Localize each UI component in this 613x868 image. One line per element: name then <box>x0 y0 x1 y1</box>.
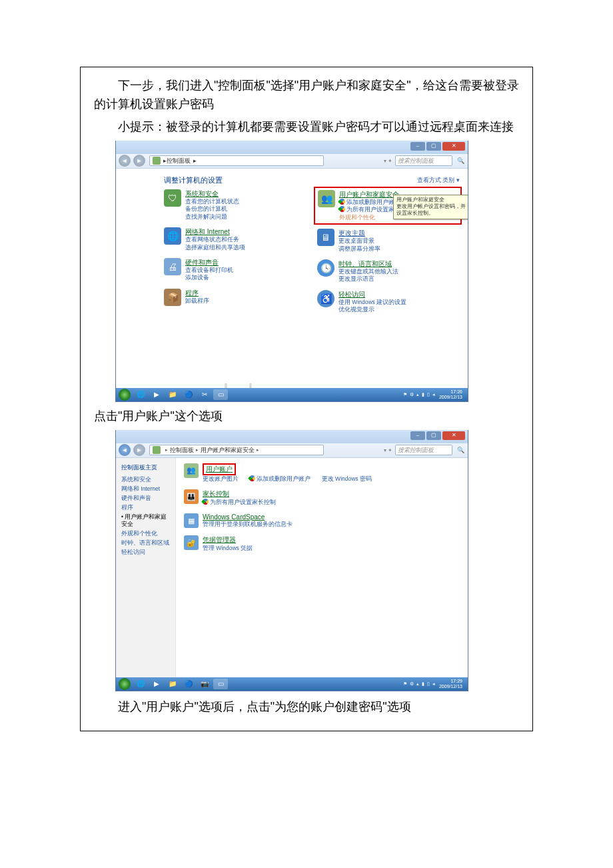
sublink-manage-credentials[interactable]: 管理 Windows 凭据 <box>203 545 253 553</box>
sublink[interactable]: 查找并解决问题 <box>185 213 239 221</box>
category-programs[interactable]: 程序 <box>185 289 209 297</box>
paragraph-4: 进入"用户账户"选项后，点击"为您的账户创建密码"选项 <box>94 698 519 717</box>
sublink[interactable]: 查看您的计算机状态 <box>185 198 239 205</box>
window-close-button[interactable]: ✕ <box>442 142 465 151</box>
sublink-change-picture[interactable]: 更改账户图片 <box>203 475 239 482</box>
taskbar-active-window[interactable]: ▭ <box>213 679 228 689</box>
start-orb[interactable] <box>119 678 131 690</box>
window-titlebar: – ▢ ✕ <box>116 141 468 154</box>
sidebar-item-user-accounts-family-safety[interactable]: 用户账户和家庭安全 <box>121 513 170 528</box>
sublink-add-remove-user[interactable]: 添加或删除用户账户 <box>257 475 310 482</box>
sublink[interactable]: 添加或删除用户账户 <box>346 199 400 205</box>
tray-icons[interactable]: ⚑ ⚙ ▴ ▮ ▯ ◂ <box>403 392 436 397</box>
category-hardware-sound[interactable]: 硬件和声音 <box>185 258 233 267</box>
window-maximize-button[interactable]: ▢ <box>426 142 441 151</box>
sublink[interactable]: 查看设备和打印机 <box>185 267 233 274</box>
search-placeholder: 搜索控制面板 <box>398 446 434 455</box>
clock-date: 2009/12/13 <box>439 684 462 689</box>
paragraph-1: 下一步，我们进入"控制面板"选择"用户账户和家庭安全"，给这台需要被登录的计算机… <box>94 77 519 114</box>
taskbar-snip-icon[interactable]: 📷 <box>197 679 212 689</box>
taskbar-ie-icon[interactable]: 🌐 <box>133 679 148 689</box>
window-close-button[interactable]: ✕ <box>442 431 465 440</box>
link-parental-controls[interactable]: 家长控制 <box>203 489 229 499</box>
nav-toolbar: ◄ ► ▸ 控制面板 ▸ ▾ ✦ 搜索控制面板 🔍 <box>116 154 468 169</box>
sublink[interactable]: 添加设备 <box>185 274 233 281</box>
breadcrumb-item[interactable]: 控制面板 <box>167 157 191 165</box>
sidebar-item-clock-language-region[interactable]: 时钟、语言和区域 <box>121 539 170 547</box>
sublink[interactable]: 优化视觉显示 <box>338 306 406 313</box>
sublink[interactable]: 查看网络状态和任务 <box>185 236 245 243</box>
shield-icon <box>249 474 257 483</box>
shield-icon <box>338 197 346 206</box>
clock-time: 17:26 <box>439 389 462 394</box>
screenshot-user-accounts: – ▢ ✕ ◄ ► ▸ 控制面板 ▸ 用户账户和家庭安全 ▸ ▾ ✦ <box>115 430 468 691</box>
category-appearance-personalization[interactable]: 更改主题 <box>338 229 380 237</box>
link-windows-cardspace[interactable]: Windows CardSpace <box>203 513 265 521</box>
appearance-icon: 🖥 <box>317 229 334 246</box>
link-user-accounts[interactable]: 用户账户 <box>203 463 236 475</box>
category-system-security[interactable]: 系统和安全 <box>185 189 239 198</box>
sublink-change-windows-password[interactable]: 更改 Windows 密码 <box>322 475 372 482</box>
sublink-manage-cards[interactable]: 管理用于登录到联机服务的信息卡 <box>203 521 293 529</box>
search-icon[interactable]: 🔍 <box>457 447 464 453</box>
window-maximize-button[interactable]: ▢ <box>426 431 441 440</box>
breadcrumb-bar[interactable]: ▸ 控制面板 ▸ 用户账户和家庭安全 ▸ <box>149 445 324 455</box>
refresh-dropdown-icon[interactable]: ▾ ✦ <box>384 447 392 453</box>
sublink-set-parental-controls[interactable]: 为所有用户设置家长控制 <box>210 499 276 505</box>
control-panel-icon <box>153 446 161 454</box>
window-minimize-button[interactable]: – <box>410 142 425 151</box>
search-icon[interactable]: 🔍 <box>457 157 464 164</box>
category-clock-language-region[interactable]: 时钟、语言和区域 <box>338 259 398 268</box>
nav-back-button[interactable]: ◄ <box>119 444 131 456</box>
sublink[interactable]: 备份您的计算机 <box>185 205 239 213</box>
sidebar-item-network-internet[interactable]: 网络和 Internet <box>121 485 170 493</box>
sublink[interactable]: 更改键盘或其他输入法 <box>338 268 398 275</box>
tooltip: 用户账户和家庭安全 更改用户帐户设置和密码，并设置家长控制。 <box>393 195 468 219</box>
sidebar-item-hardware-sound[interactable]: 硬件和声音 <box>121 495 170 502</box>
sublink[interactable]: 更改显示语言 <box>338 275 398 283</box>
nav-back-button[interactable]: ◄ <box>119 155 131 167</box>
taskbar-app-icon[interactable]: 🔵 <box>181 679 196 689</box>
category-network-internet[interactable]: 网络和 Internet <box>185 227 245 236</box>
category-ease-of-access[interactable]: 轻松访问 <box>338 290 406 299</box>
sidebar-item-system-security[interactable]: 系统和安全 <box>121 476 170 483</box>
taskbar-explorer-icon[interactable]: 📁 <box>165 679 180 689</box>
breadcrumb-bar[interactable]: ▸ 控制面板 ▸ <box>149 155 324 166</box>
taskbar-snip-icon[interactable]: ✂ <box>197 389 212 400</box>
nav-forward-button[interactable]: ► <box>133 155 145 167</box>
sublink[interactable]: 更改桌面背景 <box>338 237 380 245</box>
breadcrumb-arrow: ▸ <box>193 157 197 164</box>
breadcrumb-arrow: ▸ <box>257 447 259 453</box>
sublink[interactable]: 为所有用户设置家 <box>346 206 394 213</box>
taskbar-clock[interactable]: 17:29 2009/12/13 <box>439 679 462 689</box>
start-orb[interactable] <box>119 389 131 401</box>
search-input[interactable]: 搜索控制面板 <box>395 445 452 455</box>
window-minimize-button[interactable]: – <box>410 431 425 440</box>
category-user-accounts-family-safety[interactable]: 用户账户和家庭安全 <box>339 190 400 199</box>
sidebar-heading[interactable]: 控制面板主页 <box>121 463 170 472</box>
taskbar-media-icon[interactable]: ▶ <box>149 679 164 689</box>
nav-toolbar: ◄ ► ▸ 控制面板 ▸ 用户账户和家庭安全 ▸ ▾ ✦ 搜索控制面板 🔍 <box>116 443 468 458</box>
taskbar-explorer-icon[interactable]: 📁 <box>165 389 180 400</box>
taskbar-ie-icon[interactable]: 🌐 <box>133 389 148 400</box>
sublink[interactable]: 卸载程序 <box>185 297 209 305</box>
taskbar-clock[interactable]: 17:26 2009/12/13 <box>439 389 462 399</box>
search-input[interactable]: 搜索控制面板 <box>395 155 452 166</box>
view-mode-dropdown[interactable]: 查看方式 类别 ▾ <box>417 176 460 185</box>
taskbar-app-icon[interactable]: 🔵 <box>181 389 196 400</box>
sublink[interactable]: 使用 Windows 建议的设置 <box>338 299 406 306</box>
refresh-dropdown-icon[interactable]: ▾ ✦ <box>384 158 392 164</box>
breadcrumb-item[interactable]: 控制面板 <box>170 446 194 455</box>
sublink[interactable]: 调整屏幕分辨率 <box>338 245 380 253</box>
nav-forward-button[interactable]: ► <box>133 444 145 456</box>
link-credential-manager[interactable]: 凭据管理器 <box>203 535 236 545</box>
taskbar-active-window[interactable]: ▭ <box>213 389 228 400</box>
sublink[interactable]: 选择家庭组和共享选项 <box>185 244 245 251</box>
tray-icons[interactable]: ⚑ ⚙ ▴ ▮ ▯ ◂ <box>403 681 436 687</box>
taskbar-media-icon[interactable]: ▶ <box>149 389 164 400</box>
sidebar-item-appearance[interactable]: 外观和个性化 <box>121 530 170 537</box>
sidebar-item-ease-of-access[interactable]: 轻松访问 <box>121 549 170 556</box>
control-panel-icon <box>153 157 161 165</box>
sidebar-item-programs[interactable]: 程序 <box>121 504 170 511</box>
breadcrumb-item[interactable]: 用户账户和家庭安全 <box>201 446 255 455</box>
